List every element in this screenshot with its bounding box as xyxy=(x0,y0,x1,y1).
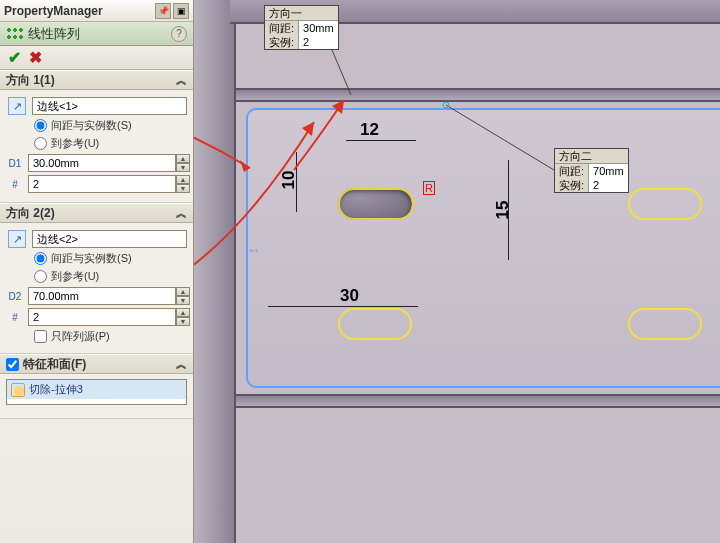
dir1-ref-radio[interactable]: 到参考(U) xyxy=(34,136,187,151)
dir1-ref-label: 到参考(U) xyxy=(51,136,99,151)
features-title: 特征和面(F) xyxy=(23,356,86,373)
direction1-header[interactable]: 方向 1(1) ︽ xyxy=(0,70,193,90)
spacing-d1-icon: D1 xyxy=(6,155,24,171)
help-icon[interactable]: ? xyxy=(171,26,187,42)
ok-button[interactable]: ✔ xyxy=(8,48,21,67)
feature-title-bar: 线性阵列 ? xyxy=(0,22,193,46)
callout1-spacing-key: 间距: xyxy=(265,21,299,35)
direction1-title: 方向 1(1) xyxy=(6,72,55,89)
svg-marker-4 xyxy=(302,122,314,136)
count1-icon: # xyxy=(6,176,24,192)
features-header[interactable]: 特征和面(F) ︽ xyxy=(0,354,193,374)
dir2-count-input[interactable] xyxy=(28,308,176,326)
dir2-ref-radio-input[interactable] xyxy=(34,270,47,283)
spin-up-icon[interactable]: ▲ xyxy=(176,308,190,317)
direction2-edge-field[interactable] xyxy=(32,230,187,248)
only-seed-label: 只阵列源(P) xyxy=(51,329,110,344)
pin-icon[interactable]: 📌 xyxy=(155,3,171,19)
feature-item-cut-extrude[interactable]: 切除-拉伸3 xyxy=(7,380,186,399)
feature-name: 线性阵列 xyxy=(28,25,80,43)
features-listbox[interactable]: 切除-拉伸3 xyxy=(6,379,187,405)
dir2-spacing-input[interactable] xyxy=(28,287,176,305)
dir2-spacing-radio[interactable]: 间距与实例数(S) xyxy=(34,251,187,266)
spin-down-icon[interactable]: ▼ xyxy=(176,163,190,172)
dir1-spacing-input[interactable] xyxy=(28,154,176,172)
dir1-spacing-label: 间距与实例数(S) xyxy=(51,118,132,133)
dir1-count-spinner[interactable]: ▲▼ xyxy=(28,175,190,193)
callout2-spacing-val[interactable]: 70mm xyxy=(589,164,628,178)
dir2-spacing-spinner[interactable]: ▲▼ xyxy=(28,287,190,305)
spin-down-icon[interactable]: ▼ xyxy=(176,317,190,326)
chevron-up-icon: ︽ xyxy=(176,357,187,372)
pm-header: PropertyManager 📌 ▣ xyxy=(0,0,193,22)
features-body: 切除-拉伸3 xyxy=(0,374,193,419)
svg-marker-5 xyxy=(332,100,344,114)
dir2-spacing-radio-input[interactable] xyxy=(34,252,47,265)
features-enable-checkbox[interactable] xyxy=(6,358,19,371)
callout-direction1[interactable]: 方向一 间距:30mm 实例:2 xyxy=(264,5,339,50)
cancel-button[interactable]: ✖ xyxy=(29,48,42,67)
direction2-header[interactable]: 方向 2(2) ︽ xyxy=(0,203,193,223)
property-manager-panel: PropertyManager 📌 ▣ 线性阵列 ? ✔ ✖ 方向 1(1) ︽… xyxy=(0,0,194,543)
direction2-title: 方向 2(2) xyxy=(6,205,55,222)
reverse-direction2-button[interactable]: ↗ xyxy=(8,230,26,248)
direction1-edge-field[interactable] xyxy=(32,97,187,115)
dir1-spacing-spinner[interactable]: ▲▼ xyxy=(28,154,190,172)
dir2-ref-label: 到参考(U) xyxy=(51,269,99,284)
cut-extrude-icon xyxy=(11,383,25,397)
dir2-count-spinner[interactable]: ▲▼ xyxy=(28,308,190,326)
spin-up-icon[interactable]: ▲ xyxy=(176,154,190,163)
spin-down-icon[interactable]: ▼ xyxy=(176,184,190,193)
dir2-ref-radio[interactable]: 到参考(U) xyxy=(34,269,187,284)
red-annotation-arrows xyxy=(194,0,720,420)
graphics-viewport[interactable]: 12 10 15 30 R 方向一 间距:30mm 实例:2 方向二 间距:70… xyxy=(194,0,720,543)
ok-cancel-bar: ✔ ✖ xyxy=(0,46,193,70)
spin-up-icon[interactable]: ▲ xyxy=(176,175,190,184)
callout2-inst-val[interactable]: 2 xyxy=(589,178,621,192)
callout2-spacing-key: 间距: xyxy=(555,164,589,178)
chevron-up-icon: ︽ xyxy=(176,206,187,221)
callout2-inst-key: 实例: xyxy=(555,178,589,192)
feature-item-label: 切除-拉伸3 xyxy=(29,382,83,397)
dir1-count-input[interactable] xyxy=(28,175,176,193)
collapse-icon[interactable]: ▣ xyxy=(173,3,189,19)
spacing-d2-icon: D2 xyxy=(6,288,24,304)
callout1-spacing-val[interactable]: 30mm xyxy=(299,21,338,35)
only-seed-checkbox-input[interactable] xyxy=(34,330,47,343)
chevron-up-icon: ︽ xyxy=(176,73,187,88)
pm-title: PropertyManager xyxy=(4,4,103,18)
spin-down-icon[interactable]: ▼ xyxy=(176,296,190,305)
callout2-title: 方向二 xyxy=(555,149,628,164)
callout1-inst-key: 实例: xyxy=(265,35,299,49)
linear-pattern-icon xyxy=(6,27,24,41)
direction1-body: ↗ 间距与实例数(S) 到参考(U) D1 ▲▼ # ▲▼ xyxy=(0,90,193,203)
callout1-inst-val[interactable]: 2 xyxy=(299,35,331,49)
only-seed-checkbox[interactable]: 只阵列源(P) xyxy=(34,329,187,344)
dir1-spacing-radio-input[interactable] xyxy=(34,119,47,132)
dir1-ref-radio-input[interactable] xyxy=(34,137,47,150)
dir2-spacing-label: 间距与实例数(S) xyxy=(51,251,132,266)
spin-up-icon[interactable]: ▲ xyxy=(176,287,190,296)
callout1-title: 方向一 xyxy=(265,6,338,21)
count2-icon: # xyxy=(6,309,24,325)
callout-direction2[interactable]: 方向二 间距:70mm 实例:2 xyxy=(554,148,629,193)
dir1-spacing-radio[interactable]: 间距与实例数(S) xyxy=(34,118,187,133)
direction2-body: ↗ 间距与实例数(S) 到参考(U) D2 ▲▼ # ▲▼ xyxy=(0,223,193,354)
reverse-direction1-button[interactable]: ↗ xyxy=(8,97,26,115)
